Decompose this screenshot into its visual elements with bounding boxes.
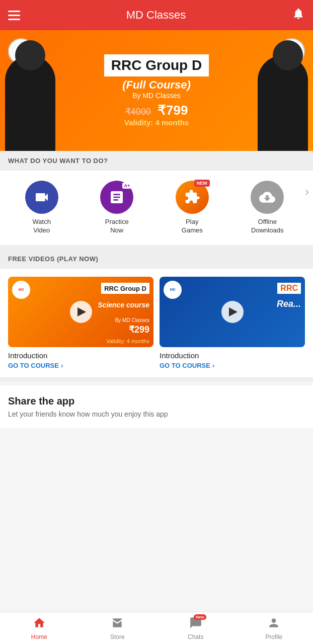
videos-grid: MD RRC Group D Science course By MD Clas… [8, 277, 305, 369]
video-title-1: Introduction [8, 351, 153, 360]
action-practice-now[interactable]: A+ PracticeNow [80, 179, 155, 237]
banner-person-left [0, 40, 70, 151]
thumb-by-1: By MD Classes [115, 317, 149, 323]
banner-validity: Validity: 4 months [42, 118, 271, 127]
divider-2 [0, 377, 313, 381]
practice-now-label: PracticeNow [105, 218, 129, 235]
home-icon [33, 616, 46, 632]
banner-new-price: ₹799 [158, 103, 188, 118]
thumb-subtitle-1: Science course [98, 301, 149, 309]
bottom-navigation: Home Store New Chats Profile [0, 612, 313, 644]
app-title: MD Classes [126, 9, 186, 22]
thumb-validity-1: Validity: 4 months [106, 338, 149, 344]
thumb-title-box-2: RRC [277, 283, 301, 294]
nav-home[interactable]: Home [0, 612, 79, 644]
store-icon [111, 616, 124, 632]
video-thumb-2: MD RRC Rea... [160, 277, 305, 347]
video-card-1[interactable]: MD RRC Group D Science course By MD Clas… [8, 277, 153, 369]
share-title: Share the app [8, 395, 305, 407]
thumb-subtitle-2: Rea... [277, 299, 301, 309]
go-to-course-2[interactable]: GO TO COURSE › [160, 362, 305, 369]
banner-subtitle: (Full Course) [42, 78, 271, 92]
banner-person-right [253, 40, 313, 151]
new-badge: NEW [194, 180, 210, 187]
thumb-logo-1: MD [12, 281, 30, 299]
what-section-header: WHAT DO YOU WANT TO DO? [0, 151, 313, 171]
banner-price: ₹4000 ₹799 [42, 103, 271, 118]
chats-new-badge: New [194, 614, 206, 620]
chats-label: Chats [188, 633, 203, 640]
video-thumb-1: MD RRC Group D Science course By MD Clas… [8, 277, 153, 347]
practice-now-icon: A+ [100, 181, 133, 214]
action-offline-downloads[interactable]: OfflineDownloads [230, 179, 305, 237]
banner-title: RRC Group D [111, 57, 202, 73]
divider [0, 245, 313, 249]
thumb-title-box-1: RRC Group D [101, 283, 149, 294]
bottom-spacer [0, 428, 313, 468]
nav-chats[interactable]: New Chats [156, 612, 235, 644]
play-button-1[interactable] [70, 301, 92, 323]
video-title-2: Introduction [160, 351, 305, 360]
banner-old-price: ₹4000 [125, 107, 151, 117]
share-description: Let your friends know how much you enjoy… [8, 410, 305, 418]
banner-title-box: RRC Group D [104, 54, 209, 76]
notification-bell-icon[interactable] [292, 7, 305, 23]
play-button-2[interactable] [221, 301, 244, 323]
promo-banner[interactable]: MD RRC Group D (Full Course) By MD Class… [0, 30, 313, 151]
play-games-icon: NEW [176, 181, 209, 214]
play-games-label: PlayGames [182, 218, 203, 235]
thumb-logo-2: MD [164, 281, 182, 299]
share-section: Share the app Let your friends know how … [0, 385, 313, 428]
banner-by: By MD Classes [42, 92, 271, 100]
nav-store[interactable]: Store [79, 612, 157, 644]
profile-label: Profile [265, 633, 282, 640]
app-header: MD Classes [0, 0, 313, 30]
action-play-games[interactable]: NEW PlayGames [154, 179, 230, 237]
store-label: Store [110, 633, 125, 640]
action-watch-video[interactable]: WatchVideo [4, 179, 80, 237]
offline-downloads-icon [251, 181, 284, 214]
thumb-price-1: ₹299 [129, 324, 149, 335]
actions-scroll-right[interactable]: › [305, 179, 309, 199]
go-to-course-1[interactable]: GO TO COURSE › [8, 362, 153, 369]
free-videos-section: MD RRC Group D Science course By MD Clas… [0, 269, 313, 377]
quick-actions-bar: WatchVideo A+ PracticeNow NEW PlayGames … [0, 171, 313, 245]
watch-video-icon [25, 181, 58, 214]
chats-icon: New [189, 616, 202, 632]
profile-icon [267, 616, 280, 632]
home-label: Home [31, 633, 47, 640]
offline-downloads-label: OfflineDownloads [251, 218, 283, 235]
free-videos-section-header: FREE VIDEOS (PLAY NOW) [0, 249, 313, 269]
watch-video-label: WatchVideo [33, 218, 51, 235]
hamburger-menu[interactable] [8, 11, 20, 20]
video-card-2[interactable]: MD RRC Rea... Introduction GO TO COURSE … [160, 277, 305, 369]
nav-profile[interactable]: Profile [235, 612, 314, 644]
banner-content: RRC Group D (Full Course) By MD Classes … [42, 54, 271, 127]
